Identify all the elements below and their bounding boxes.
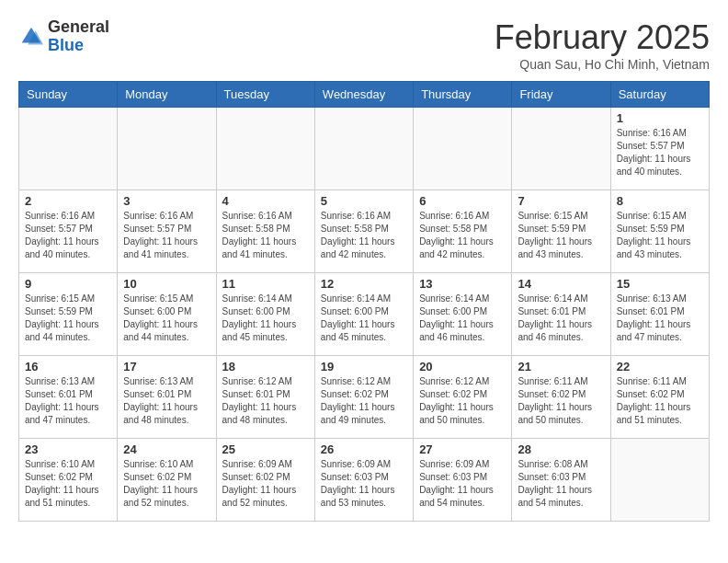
calendar-week-row: 23Sunrise: 6:10 AMSunset: 6:02 PMDayligh… <box>19 439 710 522</box>
calendar-day-cell: 20Sunrise: 6:12 AMSunset: 6:02 PMDayligh… <box>414 356 512 439</box>
weekday-header: Thursday <box>414 82 512 108</box>
calendar-day-cell: 21Sunrise: 6:11 AMSunset: 6:02 PMDayligh… <box>512 356 610 439</box>
day-info: Sunrise: 6:11 AMSunset: 6:02 PMDaylight:… <box>518 375 604 427</box>
calendar-day-cell: 10Sunrise: 6:15 AMSunset: 6:00 PMDayligh… <box>118 273 216 356</box>
logo: General Blue <box>18 18 109 55</box>
day-number: 27 <box>419 442 506 456</box>
calendar-day-cell <box>118 108 216 190</box>
calendar-day-cell <box>314 108 413 190</box>
day-number: 14 <box>518 277 604 291</box>
day-info: Sunrise: 6:09 AMSunset: 6:02 PMDaylight:… <box>222 458 309 510</box>
day-number: 19 <box>321 360 407 373</box>
calendar-day-cell: 4Sunrise: 6:16 AMSunset: 5:58 PMDaylight… <box>216 190 314 273</box>
day-number: 10 <box>123 277 210 291</box>
day-number: 3 <box>123 194 210 208</box>
calendar-week-row: 1Sunrise: 6:16 AMSunset: 5:57 PMDaylight… <box>19 108 710 190</box>
month-title: February 2025 <box>495 18 710 57</box>
day-number: 22 <box>617 360 703 373</box>
day-number: 5 <box>321 194 407 208</box>
weekday-header: Friday <box>512 82 610 108</box>
day-info: Sunrise: 6:12 AMSunset: 6:01 PMDaylight:… <box>222 375 309 427</box>
day-info: Sunrise: 6:16 AMSunset: 5:57 PMDaylight:… <box>123 210 210 261</box>
day-number: 23 <box>25 442 111 456</box>
day-number: 18 <box>222 360 309 373</box>
calendar-table: SundayMondayTuesdayWednesdayThursdayFrid… <box>18 81 710 522</box>
calendar-day-cell: 16Sunrise: 6:13 AMSunset: 6:01 PMDayligh… <box>19 356 118 439</box>
day-info: Sunrise: 6:13 AMSunset: 6:01 PMDaylight:… <box>25 375 111 427</box>
day-info: Sunrise: 6:09 AMSunset: 6:03 PMDaylight:… <box>321 458 407 510</box>
day-number: 9 <box>25 277 111 291</box>
calendar-week-row: 9Sunrise: 6:15 AMSunset: 5:59 PMDaylight… <box>19 273 710 356</box>
calendar-header-row: SundayMondayTuesdayWednesdayThursdayFrid… <box>19 82 710 108</box>
day-info: Sunrise: 6:16 AMSunset: 5:57 PMDaylight:… <box>25 210 111 261</box>
day-number: 20 <box>419 360 506 373</box>
calendar-day-cell <box>512 108 610 190</box>
day-info: Sunrise: 6:14 AMSunset: 6:00 PMDaylight:… <box>321 293 407 344</box>
calendar-day-cell: 8Sunrise: 6:15 AMSunset: 5:59 PMDaylight… <box>610 190 709 273</box>
day-info: Sunrise: 6:15 AMSunset: 5:59 PMDaylight:… <box>518 210 604 261</box>
day-info: Sunrise: 6:15 AMSunset: 5:59 PMDaylight:… <box>25 293 111 344</box>
day-number: 15 <box>617 277 703 291</box>
calendar-day-cell: 11Sunrise: 6:14 AMSunset: 6:00 PMDayligh… <box>216 273 314 356</box>
day-info: Sunrise: 6:12 AMSunset: 6:02 PMDaylight:… <box>419 375 506 427</box>
day-info: Sunrise: 6:10 AMSunset: 6:02 PMDaylight:… <box>25 458 111 510</box>
day-info: Sunrise: 6:15 AMSunset: 5:59 PMDaylight:… <box>617 210 703 261</box>
calendar-day-cell: 1Sunrise: 6:16 AMSunset: 5:57 PMDaylight… <box>610 108 709 190</box>
calendar-day-cell: 2Sunrise: 6:16 AMSunset: 5:57 PMDaylight… <box>19 190 118 273</box>
day-number: 25 <box>222 442 309 456</box>
calendar-day-cell: 12Sunrise: 6:14 AMSunset: 6:00 PMDayligh… <box>314 273 413 356</box>
day-number: 7 <box>518 194 604 208</box>
calendar-day-cell: 5Sunrise: 6:16 AMSunset: 5:58 PMDaylight… <box>314 190 413 273</box>
day-number: 6 <box>419 194 506 208</box>
day-info: Sunrise: 6:16 AMSunset: 5:58 PMDaylight:… <box>321 210 407 261</box>
day-number: 21 <box>518 360 604 373</box>
day-info: Sunrise: 6:14 AMSunset: 6:00 PMDaylight:… <box>222 293 309 344</box>
day-info: Sunrise: 6:14 AMSunset: 6:01 PMDaylight:… <box>518 293 604 344</box>
day-info: Sunrise: 6:10 AMSunset: 6:02 PMDaylight:… <box>123 458 210 510</box>
day-info: Sunrise: 6:15 AMSunset: 6:00 PMDaylight:… <box>123 293 210 344</box>
logo-icon <box>18 24 44 50</box>
calendar-day-cell: 27Sunrise: 6:09 AMSunset: 6:03 PMDayligh… <box>414 439 512 522</box>
calendar-day-cell <box>610 439 709 522</box>
calendar-day-cell: 3Sunrise: 6:16 AMSunset: 5:57 PMDaylight… <box>118 190 216 273</box>
calendar-day-cell <box>414 108 512 190</box>
day-number: 12 <box>321 277 407 291</box>
calendar-day-cell: 18Sunrise: 6:12 AMSunset: 6:01 PMDayligh… <box>216 356 314 439</box>
day-number: 8 <box>617 194 703 208</box>
logo-text: General Blue <box>48 18 109 55</box>
calendar-day-cell: 6Sunrise: 6:16 AMSunset: 5:58 PMDaylight… <box>414 190 512 273</box>
weekday-header: Saturday <box>610 82 709 108</box>
day-info: Sunrise: 6:09 AMSunset: 6:03 PMDaylight:… <box>419 458 506 510</box>
calendar-day-cell <box>19 108 118 190</box>
day-number: 24 <box>123 442 210 456</box>
page-header: General Blue February 2025 Quan Sau, Ho … <box>18 18 710 72</box>
weekday-header: Monday <box>118 82 216 108</box>
calendar-day-cell: 14Sunrise: 6:14 AMSunset: 6:01 PMDayligh… <box>512 273 610 356</box>
day-number: 17 <box>123 360 210 373</box>
day-info: Sunrise: 6:16 AMSunset: 5:58 PMDaylight:… <box>222 210 309 261</box>
calendar-day-cell: 23Sunrise: 6:10 AMSunset: 6:02 PMDayligh… <box>19 439 118 522</box>
day-number: 2 <box>25 194 111 208</box>
calendar-day-cell: 13Sunrise: 6:14 AMSunset: 6:00 PMDayligh… <box>414 273 512 356</box>
day-number: 4 <box>222 194 309 208</box>
day-info: Sunrise: 6:16 AMSunset: 5:58 PMDaylight:… <box>419 210 506 261</box>
calendar-day-cell: 28Sunrise: 6:08 AMSunset: 6:03 PMDayligh… <box>512 439 610 522</box>
day-info: Sunrise: 6:14 AMSunset: 6:00 PMDaylight:… <box>419 293 506 344</box>
day-info: Sunrise: 6:13 AMSunset: 6:01 PMDaylight:… <box>123 375 210 427</box>
day-number: 13 <box>419 277 506 291</box>
day-number: 28 <box>518 442 604 456</box>
day-number: 11 <box>222 277 309 291</box>
day-number: 26 <box>321 442 407 456</box>
weekday-header: Wednesday <box>314 82 413 108</box>
weekday-header: Sunday <box>19 82 118 108</box>
calendar-day-cell: 25Sunrise: 6:09 AMSunset: 6:02 PMDayligh… <box>216 439 314 522</box>
calendar-day-cell <box>216 108 314 190</box>
calendar-day-cell: 15Sunrise: 6:13 AMSunset: 6:01 PMDayligh… <box>610 273 709 356</box>
calendar-day-cell: 9Sunrise: 6:15 AMSunset: 5:59 PMDaylight… <box>19 273 118 356</box>
day-info: Sunrise: 6:16 AMSunset: 5:57 PMDaylight:… <box>617 127 703 178</box>
calendar-day-cell: 7Sunrise: 6:15 AMSunset: 5:59 PMDaylight… <box>512 190 610 273</box>
calendar-week-row: 16Sunrise: 6:13 AMSunset: 6:01 PMDayligh… <box>19 356 710 439</box>
calendar-day-cell: 22Sunrise: 6:11 AMSunset: 6:02 PMDayligh… <box>610 356 709 439</box>
day-info: Sunrise: 6:12 AMSunset: 6:02 PMDaylight:… <box>321 375 407 427</box>
calendar-day-cell: 17Sunrise: 6:13 AMSunset: 6:01 PMDayligh… <box>118 356 216 439</box>
